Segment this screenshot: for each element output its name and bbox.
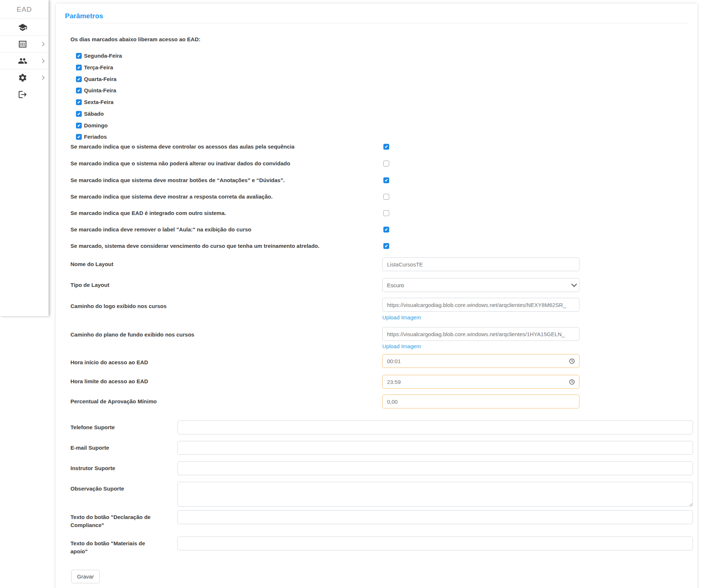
toggle-label: Se marcado indica que EAD é integrado co… [70,209,226,217]
field-label: Percentual de Aprovação Mínimo [70,397,157,406]
upload-logo-link[interactable]: Upload Imagem [382,314,421,320]
checkbox-sabado[interactable] [76,111,82,117]
telefone-suporte-input[interactable] [177,420,693,434]
save-button[interactable]: Gravar [71,570,100,583]
checkbox-ead-integrado[interactable] [383,210,389,216]
day-label: Feriados [84,133,107,141]
toggle-label: Se marcado indica que sistema deve mostr… [70,176,285,184]
graduation-cap-icon [18,23,27,32]
calendar-grid-icon [18,39,27,49]
clock-icon[interactable] [569,379,575,385]
field-label: Telefone Suporte [70,423,115,431]
email-suporte-input[interactable] [177,441,693,455]
field-label: Hora início do acesso ao EAD [70,358,148,366]
day-label: Quinta-Feira [84,87,116,95]
tipo-layout-select[interactable]: Escuro [382,278,579,292]
checkbox-controle-sequencia[interactable] [383,144,389,150]
field-label: Hora limite do acesso ao EAD [70,377,148,385]
toggle-label: Se marcado indica que o sistema deve con… [70,143,295,151]
toggle-label: Se marcado indica deve remover o label "… [70,226,251,234]
checkbox-nao-alterar-convidado[interactable] [383,161,389,166]
toggle-label: Se marcado indica que sistema deve mostr… [70,193,273,201]
days-heading: Os dias marcados abaixo liberam acesso a… [70,35,200,43]
field-label: Tipo de Layout [70,281,109,289]
field-label: Texto do botão "Materiais de apoio" [70,539,160,556]
texto-botao-materiais-input[interactable] [177,537,693,550]
field-label: Instrutor Suporte [70,464,115,472]
logo-url-input[interactable] [382,298,579,312]
fundo-url-input[interactable] [382,327,579,341]
day-label: Sábado [84,110,104,118]
app-logo: EAD [0,0,49,19]
sidebar-item-schedule[interactable] [0,36,49,53]
chevron-right-icon [40,42,44,46]
people-icon [18,56,27,66]
hora-inicio-input[interactable] [382,354,579,368]
clock-icon[interactable] [569,358,575,364]
hora-limite-input[interactable] [382,375,579,389]
field-label: E-mail Suporte [70,444,109,452]
field-label: Caminho do plano de fundo exibido nos cu… [70,331,194,339]
checkbox-sexta[interactable] [76,99,82,105]
nome-layout-input[interactable] [382,257,579,271]
separator [65,23,688,23]
field-label: Texto do botão "Declaração de Compliance… [70,513,160,529]
checkbox-terca[interactable] [76,65,82,70]
day-label: Quarta-Feira [84,75,116,83]
sidebar-item-logout[interactable] [0,86,49,103]
chevron-right-icon [40,59,44,63]
toggle-label: Se marcado, sistema deve considerar venc… [70,242,319,250]
checkbox-remover-label-aula[interactable] [383,227,389,232]
logout-icon [18,90,27,99]
main-card: Parâmetros Os dias marcados abaixo liber… [56,4,697,588]
page-title: Parâmetros [65,12,103,20]
toggle-label: Se marcado indica que o sistema não pode… [70,160,290,168]
checkbox-domingo[interactable] [76,123,82,128]
percentual-aprovacao-input[interactable] [382,395,579,408]
sidebar-item-settings[interactable] [0,69,49,86]
instrutor-suporte-input[interactable] [177,461,693,475]
sidebar-item-courses[interactable] [0,19,49,36]
texto-botao-declaracao-input[interactable] [177,510,693,524]
day-label: Terça-Feira [84,64,113,72]
checkbox-feriados[interactable] [76,134,82,140]
checkbox-quinta[interactable] [76,88,82,93]
checkbox-segunda[interactable] [76,53,82,59]
sidebar: EAD [0,0,49,316]
checkbox-botoes-anotacoes-duvidas[interactable] [383,177,389,183]
upload-fundo-link[interactable]: Upload Imagem [382,343,421,349]
field-label: Observação Suporte [70,485,124,493]
chevron-right-icon [40,76,44,80]
sidebar-item-users[interactable] [0,53,49,69]
day-label: Segunda-Feira [84,52,122,60]
checkbox-vencimento-treinamento[interactable] [383,243,389,249]
day-label: Domingo [84,122,108,130]
checkbox-quarta[interactable] [76,76,82,82]
checkbox-mostrar-resposta[interactable] [383,194,389,200]
gear-icon [18,73,27,82]
observacao-suporte-textarea[interactable] [177,482,693,507]
day-label: Sexta-Feira [84,98,114,106]
field-label: Nome do Layout [70,260,114,268]
field-label: Caminho do logo exibido nos cursos [70,302,166,310]
